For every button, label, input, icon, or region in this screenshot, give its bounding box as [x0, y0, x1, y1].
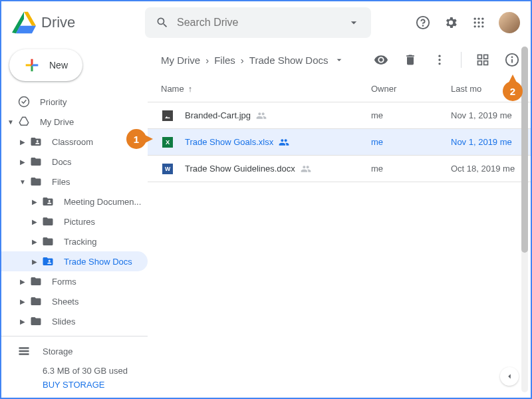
svg-rect-13 [19, 350, 29, 352]
sidebar-item-tracking[interactable]: ▶ Tracking [1, 231, 148, 251]
storage-icon [17, 344, 31, 358]
chevron-right-icon[interactable]: ▶ [19, 158, 27, 166]
breadcrumb-item[interactable]: My Drive [161, 55, 200, 66]
expand-panel-button[interactable] [500, 367, 519, 386]
drive-icon [17, 115, 31, 128]
avatar[interactable] [499, 12, 520, 33]
grid-icon [476, 53, 489, 66]
chevron-right-icon: › [241, 55, 244, 66]
header: Drive [1, 1, 531, 44]
shared-icon [301, 164, 311, 174]
svg-point-5 [474, 21, 476, 23]
trash-icon [404, 53, 417, 66]
drive-logo-icon [12, 11, 36, 35]
sidebar-item-tradeshow[interactable]: ▶ Trade Show Docs [1, 251, 148, 271]
file-list-header: Name ↑ Owner Last mo [148, 76, 531, 102]
folder-shared-icon [30, 136, 42, 148]
file-row[interactable]: Branded-Cart.jpg me Nov 1, 2019 me [148, 102, 531, 129]
chevron-right-icon[interactable]: ▶ [31, 218, 39, 225]
sidebar-item-files[interactable]: ▼ Files [1, 172, 148, 192]
folder-icon [30, 295, 42, 307]
storage-section: Storage 6.3 MB of 30 GB used BUY STORAGE [1, 336, 148, 398]
sidebar-item-classroom[interactable]: ▶ Classroom [1, 132, 148, 152]
info-icon [505, 53, 519, 67]
svg-point-1 [423, 25, 424, 26]
chevron-right-icon[interactable]: ▶ [19, 138, 27, 146]
preview-button[interactable] [373, 52, 389, 68]
content-area: My Drive › Files › Trade Show Docs Name … [148, 44, 531, 398]
chevron-right-icon[interactable]: ▶ [19, 278, 27, 285]
search-icon [156, 16, 169, 29]
svg-text:X: X [166, 139, 170, 146]
delete-button[interactable] [402, 52, 418, 68]
grid-view-button[interactable] [475, 52, 491, 68]
storage-used: 6.3 MB of 30 GB used [43, 366, 148, 376]
folder-icon [30, 315, 42, 327]
sidebar: New Priority ▼ My Drive ▶ Classroom ▶ Do [1, 44, 148, 398]
breadcrumb-item[interactable]: Trade Show Docs [249, 55, 329, 66]
separator [461, 52, 462, 68]
sidebar-item-slides[interactable]: ▶ Slides [1, 311, 148, 331]
breadcrumb-item[interactable]: Files [214, 55, 235, 66]
svg-rect-25 [162, 110, 173, 121]
dropdown-icon[interactable] [347, 16, 360, 29]
svg-point-9 [477, 25, 479, 27]
chevron-right-icon[interactable]: ▶ [31, 198, 39, 205]
svg-point-16 [438, 59, 440, 61]
file-row[interactable]: X Trade Show Goals.xlsx me Nov 1, 2019 m… [148, 129, 531, 156]
chevron-down-icon[interactable]: ▼ [7, 118, 15, 126]
svg-point-2 [474, 18, 476, 20]
folder-icon [30, 156, 42, 168]
app-name: Drive [41, 14, 75, 31]
svg-point-3 [477, 18, 479, 20]
storage-label[interactable]: Storage [43, 346, 73, 356]
folder-shared-icon [42, 255, 54, 267]
sidebar-item-mydrive[interactable]: ▼ My Drive [1, 112, 148, 132]
svg-point-8 [474, 25, 476, 27]
excel-file-icon: X [161, 136, 174, 149]
svg-point-11 [19, 97, 29, 107]
sidebar-item-pictures[interactable]: ▶ Pictures [1, 211, 148, 231]
folder-shared-icon [42, 196, 54, 207]
dropdown-icon[interactable] [334, 55, 344, 65]
sidebar-item-docs[interactable]: ▶ Docs [1, 152, 148, 172]
svg-rect-14 [19, 353, 29, 355]
folder-icon [30, 176, 42, 188]
chevron-right-icon[interactable]: ▶ [31, 258, 39, 265]
scrollbar-thumb[interactable] [521, 47, 528, 253]
shared-icon [256, 110, 267, 121]
folder-icon [42, 235, 54, 247]
column-name[interactable]: Name ↑ [161, 84, 371, 94]
more-button[interactable] [432, 52, 448, 68]
sidebar-item-sheets[interactable]: ▶ Sheets [1, 291, 148, 311]
search-bar[interactable] [145, 7, 371, 38]
chevron-right-icon[interactable]: ▶ [19, 318, 27, 325]
logo-area[interactable]: Drive [12, 11, 145, 35]
search-input[interactable] [177, 17, 347, 29]
settings-button[interactable] [443, 15, 459, 31]
sidebar-item-priority[interactable]: Priority [1, 92, 148, 112]
callout-marker-2: 2 [503, 81, 523, 101]
chevron-down-icon[interactable]: ▼ [19, 178, 27, 186]
new-button[interactable]: New [9, 49, 82, 81]
svg-point-15 [438, 55, 440, 57]
file-row[interactable]: W Trade Show Guidelines.docx me Oct 18, … [148, 156, 531, 182]
help-button[interactable] [415, 15, 431, 31]
apps-icon [472, 16, 485, 29]
svg-point-24 [512, 57, 513, 57]
chevron-right-icon[interactable]: ▶ [19, 298, 27, 305]
apps-button[interactable] [471, 15, 487, 31]
sidebar-item-forms[interactable]: ▶ Forms [1, 271, 148, 291]
svg-rect-18 [478, 55, 482, 59]
chevron-right-icon[interactable]: ▶ [31, 238, 39, 245]
buy-storage-link[interactable]: BUY STORAGE [43, 380, 148, 390]
breadcrumb: My Drive › Files › Trade Show Docs [161, 55, 344, 66]
shared-icon [279, 137, 289, 148]
sidebar-item-meeting[interactable]: ▶ Meeting Documen... [1, 192, 148, 211]
column-owner[interactable]: Owner [371, 84, 451, 94]
details-button[interactable] [504, 52, 520, 68]
word-file-icon: W [161, 162, 174, 176]
plus-icon [23, 56, 41, 74]
svg-point-7 [481, 21, 483, 23]
chevron-right-icon: › [205, 55, 209, 66]
